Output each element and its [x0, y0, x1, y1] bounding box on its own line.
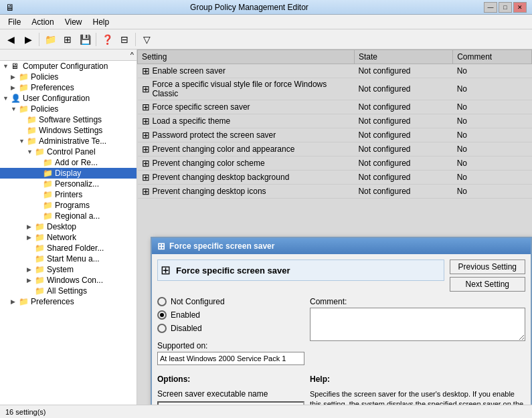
tree-container: ▼ 🖥 Computer Configuration ▶ 📁 Policies …	[0, 61, 137, 307]
bottom-left: Screen saver executable name	[157, 389, 304, 405]
menu-action[interactable]: Action	[26, 16, 59, 28]
tree-arrow-control-panel: ▼	[27, 148, 35, 155]
radio-label-not-configured: Not Configured	[171, 297, 225, 306]
comment-textarea[interactable]	[310, 308, 525, 341]
left-panel: ^ ▼ 🖥 Computer Configuration ▶ 📁 Policie…	[0, 49, 137, 405]
tree-item-programs[interactable]: 📁 Programs	[0, 200, 137, 211]
modal-body: ⊞ Force specific screen saver Previous S…	[152, 254, 531, 389]
tree-item-computer-config[interactable]: ▼ 🖥 Computer Configuration	[0, 61, 137, 72]
tree-item-policies-comp[interactable]: ▶ 📁 Policies	[0, 72, 137, 82]
screen-saver-label: Screen saver executable name	[157, 389, 304, 399]
modal-right: Comment:	[310, 297, 525, 365]
title-bar-title: Group Policy Management Editor	[15, 3, 484, 12]
tree-item-user-config[interactable]: ▼ 👤 User Configuration	[0, 93, 137, 104]
tree-icon-add-or-remove: 📁	[43, 158, 54, 167]
tree-label-system: System	[47, 265, 74, 274]
previous-setting-button[interactable]: Previous Setting	[450, 259, 525, 274]
tree-item-desktop[interactable]: ▶ 📁 Desktop	[0, 221, 137, 232]
supported-box: At least Windows 2000 Service Pack 1	[157, 352, 304, 365]
radio-not-configured[interactable]: Not Configured	[157, 297, 304, 306]
main-layout: ^ ▼ 🖥 Computer Configuration ▶ 📁 Policie…	[0, 49, 532, 405]
tree-item-policies-user[interactable]: ▼ 📁 Policies	[0, 104, 137, 114]
folder-button[interactable]: 📁	[42, 31, 58, 47]
grid-button[interactable]: ⊞	[60, 31, 76, 47]
radio-label-enabled: Enabled	[171, 310, 200, 320]
tree-item-start-menu[interactable]: 📁 Start Menu a...	[0, 253, 137, 264]
radio-disabled[interactable]: Disabled	[157, 324, 304, 333]
tree-label-user-config: User Configuration	[23, 94, 90, 103]
tree-item-windows-settings[interactable]: 📁 Windows Settings	[0, 125, 137, 136]
tree-item-regional[interactable]: 📁 Regional a...	[0, 211, 137, 221]
tree-item-add-or-remove[interactable]: 📁 Add or Re...	[0, 157, 137, 168]
next-setting-button[interactable]: Next Setting	[450, 277, 525, 292]
title-bar: 🖥 Group Policy Management Editor — □ ✕	[0, 0, 532, 15]
tree-arrow-computer-config: ▼	[3, 63, 11, 70]
tree-arrow-network: ▶	[27, 234, 35, 241]
tree-icon-policies-comp: 📁	[19, 72, 29, 82]
help-label: Help:	[310, 375, 525, 384]
tree-item-printers[interactable]: 📁 Printers	[0, 189, 137, 200]
collapse-button[interactable]: ⊟	[116, 31, 132, 47]
tree-icon-shared-folder: 📁	[35, 243, 46, 253]
close-button[interactable]: ✕	[513, 2, 527, 13]
tree-icon-personalization: 📁	[43, 179, 54, 189]
minimize-button[interactable]: —	[484, 2, 497, 13]
tree-label-personalization: Personaliz...	[55, 179, 99, 189]
tree-label-shared-folder: Shared Folder...	[47, 243, 104, 253]
supported-section: Supported on: At least Windows 2000 Serv…	[157, 341, 304, 365]
filter-button[interactable]: ▽	[139, 31, 155, 47]
tree-label-software-settings: Software Settings	[39, 115, 102, 124]
tree-label-windows-con: Windows Con...	[47, 276, 103, 285]
menu-view[interactable]: View	[60, 16, 88, 28]
tree-label-printers: Printers	[55, 190, 82, 199]
tree-icon-windows-settings: 📁	[27, 126, 37, 135]
tree-header-collapse[interactable]: ^	[130, 51, 134, 59]
screen-saver-input[interactable]	[157, 401, 304, 405]
modal-title-icon: ⊞	[157, 241, 165, 251]
tree-icon-preferences-user: 📁	[19, 297, 29, 306]
tree-label-network: Network	[47, 233, 76, 242]
tree-header: ^	[0, 49, 137, 61]
modal-setting-title: Force specific screen saver	[176, 266, 290, 276]
toolbar: ◀ ▶ 📁 ⊞ 💾 ❓ ⊟ ▽	[0, 29, 532, 49]
tree-label-display: Display	[55, 169, 81, 178]
tree-item-all-settings[interactable]: 📁 All Settings	[0, 286, 137, 296]
tree-item-software-settings[interactable]: 📁 Software Settings	[0, 114, 137, 125]
back-button[interactable]: ◀	[3, 31, 19, 47]
modal-overlay: ⊞ Force specific screen saver ⊞ Force sp…	[137, 49, 532, 405]
tree-item-preferences-user[interactable]: ▶ 📁 Preferences	[0, 296, 137, 307]
tree-item-admin-templates[interactable]: ▼ 📁 Administrative Te...	[0, 136, 137, 146]
help-button[interactable]: ❓	[99, 31, 115, 47]
tree-item-personalization[interactable]: 📁 Personaliz...	[0, 179, 137, 189]
tree-item-shared-folder[interactable]: 📁 Shared Folder...	[0, 243, 137, 253]
tree-label-add-or-remove: Add or Re...	[55, 158, 98, 167]
tree-icon-display: 📁	[43, 169, 54, 178]
tree-item-display[interactable]: 📁 Display	[0, 168, 137, 179]
tree-label-preferences-user: Preferences	[31, 297, 74, 306]
tree-item-preferences-comp[interactable]: ▶ 📁 Preferences	[0, 82, 137, 93]
menu-file[interactable]: File	[3, 16, 26, 28]
tree-icon-all-settings: 📁	[35, 286, 46, 296]
tree-arrow-desktop: ▶	[27, 223, 35, 230]
options-section: Options:	[157, 369, 304, 384]
tree-item-network[interactable]: ▶ 📁 Network	[0, 232, 137, 243]
status-bar: 16 setting(s)	[0, 405, 532, 418]
tree-icon-control-panel: 📁	[35, 147, 46, 156]
modal-title-bar: ⊞ Force specific screen saver	[152, 238, 531, 254]
tree-label-desktop: Desktop	[47, 222, 76, 231]
tree-label-windows-settings: Windows Settings	[39, 126, 102, 135]
tree-icon-regional: 📁	[43, 211, 54, 221]
forward-button[interactable]: ▶	[20, 31, 36, 47]
tree-label-computer-config: Computer Configuration	[23, 62, 108, 71]
tree-item-control-panel[interactable]: ▼ 📁 Control Panel	[0, 146, 137, 157]
tree-item-system[interactable]: ▶ 📁 System	[0, 264, 137, 275]
right-panel: Setting State Comment ⊞ Enable screen sa…	[137, 49, 532, 405]
tree-item-windows-con[interactable]: ▶ 📁 Windows Con...	[0, 275, 137, 286]
menu-help[interactable]: Help	[88, 16, 115, 28]
save-button[interactable]: 💾	[77, 31, 93, 47]
status-text: 16 setting(s)	[5, 408, 46, 416]
tree-icon-admin-templates: 📁	[27, 136, 37, 146]
maximize-button[interactable]: □	[499, 2, 512, 13]
help-section-header: Help:	[310, 369, 525, 384]
radio-enabled[interactable]: Enabled	[157, 310, 304, 320]
